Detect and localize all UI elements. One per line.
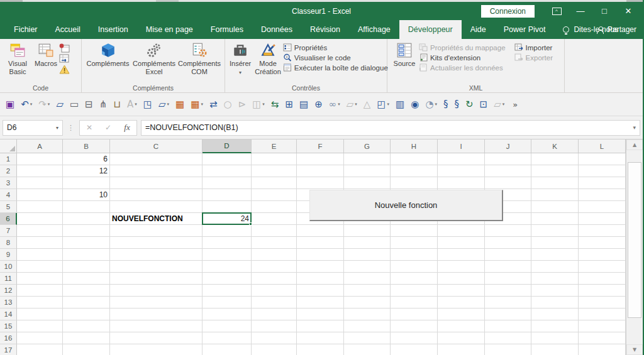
- macro-security-icon[interactable]: [59, 65, 70, 74]
- toolbox-icon[interactable]: ⊔: [111, 97, 123, 112]
- cell-H10[interactable]: [391, 261, 438, 273]
- cell-L15[interactable]: [579, 320, 626, 332]
- cell-E11[interactable]: [252, 273, 297, 285]
- row-header-4[interactable]: 4: [0, 189, 17, 201]
- cell-E4[interactable]: [252, 189, 297, 201]
- cell-L3[interactable]: [579, 177, 626, 189]
- row-header-16[interactable]: 16: [0, 332, 17, 344]
- cell-A6[interactable]: [17, 213, 63, 225]
- cell-B4[interactable]: 10: [63, 189, 110, 201]
- cell-G9[interactable]: [344, 249, 391, 261]
- cell-H3[interactable]: [391, 177, 438, 189]
- cell-I12[interactable]: [438, 285, 485, 297]
- cell-E8[interactable]: [252, 237, 297, 249]
- col-header-B[interactable]: B: [63, 139, 110, 153]
- cell-I2[interactable]: [438, 165, 485, 177]
- cell-H7[interactable]: [391, 225, 438, 237]
- cell-C9[interactable]: [110, 249, 203, 261]
- source-button[interactable]: Source: [390, 41, 419, 69]
- importer-button[interactable]: Importer: [514, 43, 553, 52]
- cell-A11[interactable]: [17, 273, 63, 285]
- cell-J17[interactable]: [485, 344, 531, 355]
- row-header-17[interactable]: 17: [0, 344, 17, 355]
- cell-H11[interactable]: [391, 273, 438, 285]
- cell-C6[interactable]: NOUVELFONCTION: [110, 213, 203, 225]
- cell-C13[interactable]: [110, 297, 203, 309]
- cell-A3[interactable]: [17, 177, 63, 189]
- col-header-F[interactable]: F: [297, 139, 344, 153]
- cell-K11[interactable]: [531, 273, 579, 285]
- listbox-icon[interactable]: ▤: [297, 97, 310, 112]
- cell-I11[interactable]: [438, 273, 485, 285]
- cell-L13[interactable]: [579, 297, 626, 309]
- cell-I8[interactable]: [438, 237, 485, 249]
- cell-L17[interactable]: [579, 344, 626, 355]
- copy-disabled-icon[interactable]: ▱▾: [492, 97, 506, 112]
- complements-button[interactable]: Compléments: [84, 41, 131, 69]
- cell-E3[interactable]: [252, 177, 297, 189]
- proprietes-mappage-button[interactable]: Propriétés du mappage: [419, 43, 506, 52]
- cell-G11[interactable]: [344, 273, 391, 285]
- cell-I7[interactable]: [438, 225, 485, 237]
- macros-button[interactable]: Macros: [33, 41, 59, 69]
- cell-B14[interactable]: [63, 309, 110, 320]
- cell-K3[interactable]: [531, 177, 579, 189]
- cell-A5[interactable]: [17, 201, 63, 213]
- cell-E2[interactable]: [252, 165, 297, 177]
- new-doc-icon[interactable]: ⊞: [283, 97, 295, 112]
- cell-G14[interactable]: [344, 309, 391, 320]
- cell-D8[interactable]: [203, 237, 252, 249]
- visual-basic-button[interactable]: Visual Basic: [3, 41, 33, 77]
- cell-B8[interactable]: [63, 237, 110, 249]
- doc-info-icon[interactable]: ◉: [409, 97, 421, 112]
- cell-C8[interactable]: [110, 237, 203, 249]
- visualiser-code-button[interactable]: Visualiser le code: [283, 53, 388, 62]
- col-header-I[interactable]: I: [438, 139, 485, 153]
- cell-G7[interactable]: [344, 225, 391, 237]
- cell-F16[interactable]: [297, 332, 344, 344]
- cell-G3[interactable]: [344, 177, 391, 189]
- cell-D11[interactable]: [203, 273, 252, 285]
- cell-C3[interactable]: [110, 177, 203, 189]
- cell-L6[interactable]: [579, 213, 626, 225]
- cell-H15[interactable]: [391, 320, 438, 332]
- cell-E9[interactable]: [252, 249, 297, 261]
- cell-K8[interactable]: [531, 237, 579, 249]
- cell-B1[interactable]: 6: [63, 153, 110, 165]
- cell-D10[interactable]: [203, 261, 252, 273]
- cell-I17[interactable]: [438, 344, 485, 355]
- cell-F9[interactable]: [297, 249, 344, 261]
- cell-B13[interactable]: [63, 297, 110, 309]
- cell-F14[interactable]: [297, 309, 344, 320]
- hierarchy-icon[interactable]: ⋔: [97, 97, 109, 112]
- cell-L12[interactable]: [579, 285, 626, 297]
- cell-G16[interactable]: [344, 332, 391, 344]
- row-header-13[interactable]: 13: [0, 297, 17, 309]
- tab-mise-en-page[interactable]: Mise en page: [137, 20, 202, 39]
- window-upload-icon[interactable]: ⊡: [478, 97, 490, 112]
- image-cloud-icon[interactable]: ◔▾: [423, 97, 439, 112]
- cell-J10[interactable]: [485, 261, 531, 273]
- cell-B9[interactable]: [63, 249, 110, 261]
- cell-H16[interactable]: [391, 332, 438, 344]
- redo-icon[interactable]: ↷▾: [36, 97, 52, 112]
- cell-D3[interactable]: [203, 177, 252, 189]
- cell-K5[interactable]: [531, 201, 579, 213]
- cell-I16[interactable]: [438, 332, 485, 344]
- tab-fichier[interactable]: Fichier: [5, 20, 47, 39]
- cell-B2[interactable]: 12: [63, 165, 110, 177]
- confirm-entry-button[interactable]: ✓: [99, 123, 118, 132]
- expand-formula-bar-icon[interactable]: ▾: [633, 124, 636, 131]
- cell-F17[interactable]: [297, 344, 344, 355]
- cell-K7[interactable]: [531, 225, 579, 237]
- scroll-down-arrow[interactable]: ▼: [626, 344, 643, 355]
- cell-F2[interactable]: [297, 165, 344, 177]
- col-header-G[interactable]: G: [344, 139, 391, 153]
- cell-B7[interactable]: [63, 225, 110, 237]
- cell-B5[interactable]: [63, 201, 110, 213]
- cell-I9[interactable]: [438, 249, 485, 261]
- row-header-9[interactable]: 9: [0, 249, 17, 261]
- cell-I1[interactable]: [438, 153, 485, 165]
- maximize-button[interactable]: □: [594, 4, 615, 19]
- button-control-icon[interactable]: ▭: [68, 97, 80, 112]
